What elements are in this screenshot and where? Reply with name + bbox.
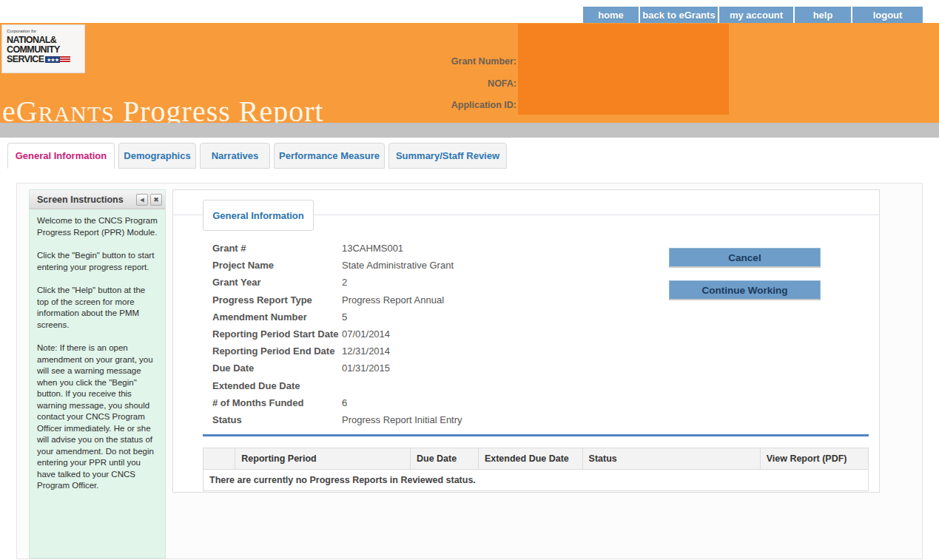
sidebar-paragraph: Click the "Help" button at the top of th… bbox=[37, 285, 159, 331]
top-nav: home back to eGrants my account help log… bbox=[583, 7, 923, 23]
sidebar-collapse-icon[interactable]: ◄ bbox=[136, 194, 148, 206]
nav-item-logout[interactable]: logout bbox=[852, 7, 923, 23]
field-label: Reporting Period End Date bbox=[212, 345, 342, 357]
logo-line-3: SERVICE bbox=[7, 55, 84, 64]
main-tab-bar: General Information Demographics Narrati… bbox=[7, 143, 507, 169]
field-row-grant-year: Grant Year2 bbox=[212, 274, 656, 291]
table-header-blank bbox=[203, 448, 235, 470]
field-label: Status bbox=[212, 414, 342, 425]
field-label: # of Months Funded bbox=[212, 397, 342, 408]
nav-item-my-account[interactable]: my account bbox=[719, 7, 793, 23]
field-label: Reporting Period Start Date bbox=[212, 328, 342, 340]
table-header-view-report-pdf: View Report (PDF) bbox=[760, 448, 868, 470]
continue-working-button[interactable]: Continue Working bbox=[669, 280, 821, 300]
tab-general-information[interactable]: General Information bbox=[7, 143, 115, 169]
banner-divider-bar bbox=[0, 123, 939, 138]
field-label: Project Name bbox=[212, 260, 342, 271]
us-flag-icon bbox=[45, 56, 70, 63]
sidebar-paragraph: Note: If there is an open amendment on y… bbox=[37, 343, 159, 492]
section-tab-general-information[interactable]: General Information bbox=[203, 200, 314, 231]
field-label: Extended Due Date bbox=[212, 380, 342, 391]
table-empty-row: There are currently no Progress Reports … bbox=[203, 470, 869, 491]
table-header-status: Status bbox=[582, 448, 760, 470]
sidebar-paragraph: Welcome to the CNCS Program Progress Rep… bbox=[37, 215, 159, 238]
cncs-logo: Corporation for NATIONAL& COMMUNITY SERV… bbox=[1, 24, 85, 73]
field-value: 13CAHMS001 bbox=[342, 243, 403, 254]
field-row-extended-due-date: Extended Due Date bbox=[212, 377, 656, 394]
field-row-progress-report-type: Progress Report TypeProgress Report Annu… bbox=[212, 291, 656, 308]
field-value: State Administrative Grant bbox=[342, 260, 454, 271]
field-row-months-funded: # of Months Funded6 bbox=[212, 394, 656, 411]
reviewed-reports-table: Reporting Period Due Date Extended Due D… bbox=[203, 448, 869, 491]
tab-demographics[interactable]: Demographics bbox=[118, 143, 196, 169]
sidebar-paragraph: Click the "Begin" button to start enteri… bbox=[37, 250, 159, 273]
field-label: Grant # bbox=[212, 243, 342, 254]
meta-label-nofa: NOFA: bbox=[296, 79, 516, 89]
field-value: 01/31/2015 bbox=[342, 362, 390, 374]
field-row-amendment-number: Amendment Number5 bbox=[212, 308, 656, 325]
nav-item-back-to-egrants[interactable]: back to eGrants bbox=[640, 7, 718, 23]
table-header-extended-due-date: Extended Due Date bbox=[478, 448, 582, 470]
nav-item-help[interactable]: help bbox=[795, 7, 851, 23]
table-empty-message: There are currently no Progress Reports … bbox=[203, 470, 869, 491]
sidebar-body: Welcome to the CNCS Program Progress Rep… bbox=[30, 209, 165, 492]
blue-divider-line bbox=[203, 434, 869, 436]
tab-narratives[interactable]: Narratives bbox=[200, 143, 270, 169]
field-row-status: StatusProgress Report Initial Entry bbox=[212, 411, 656, 428]
sidebar-title: Screen Instructions bbox=[37, 195, 134, 205]
field-label: Progress Report Type bbox=[212, 294, 342, 306]
table-header-reporting-period: Reporting Period bbox=[235, 448, 411, 470]
field-label: Due Date bbox=[212, 362, 342, 374]
field-value: 2 bbox=[342, 277, 347, 288]
header-banner: Corporation for NATIONAL& COMMUNITY SERV… bbox=[0, 23, 939, 123]
sidebar-close-icon[interactable]: ✖ bbox=[150, 194, 162, 206]
grant-meta-labels: Grant Number: NOFA: Application ID: Lega… bbox=[296, 57, 516, 132]
field-label: Grant Year bbox=[212, 277, 342, 288]
grant-detail-fields: Grant #13CAHMS001 Project NameState Admi… bbox=[212, 240, 656, 428]
field-row-reporting-period-end-date: Reporting Period End Date12/31/2014 bbox=[212, 343, 656, 360]
nav-item-home[interactable]: home bbox=[583, 7, 639, 23]
field-row-grant-number: Grant #13CAHMS001 bbox=[212, 240, 656, 257]
sidebar-header: Screen Instructions ◄ ✖ bbox=[30, 190, 165, 209]
field-value: Progress Report Annual bbox=[342, 294, 444, 306]
field-label: Amendment Number bbox=[212, 311, 342, 323]
redacted-value-block bbox=[518, 24, 729, 115]
field-value: 6 bbox=[342, 397, 347, 408]
tab-summary-staff-review[interactable]: Summary/Staff Review bbox=[388, 143, 507, 169]
table-header-row: Reporting Period Due Date Extended Due D… bbox=[203, 448, 869, 470]
general-information-panel: General Information Grant #13CAHMS001 Pr… bbox=[172, 189, 880, 493]
screen-instructions-sidebar: Screen Instructions ◄ ✖ Welcome to the C… bbox=[29, 189, 166, 559]
field-value: Progress Report Initial Entry bbox=[342, 414, 462, 425]
field-value: 5 bbox=[342, 311, 347, 323]
field-value: 12/31/2014 bbox=[342, 345, 390, 357]
field-row-due-date: Due Date01/31/2015 bbox=[212, 360, 656, 377]
tab-performance-measure[interactable]: Performance Measure bbox=[274, 143, 385, 169]
field-row-project-name: Project NameState Administrative Grant bbox=[212, 257, 656, 274]
meta-label-application-id: Application ID: bbox=[296, 101, 516, 110]
field-value: 07/01/2014 bbox=[342, 328, 390, 340]
logo-service-text: SERVICE bbox=[7, 55, 44, 64]
cancel-button[interactable]: Cancel bbox=[669, 248, 821, 268]
field-row-reporting-period-start-date: Reporting Period Start Date07/01/2014 bbox=[212, 325, 656, 343]
content-wrapper: Screen Instructions ◄ ✖ Welcome to the C… bbox=[16, 183, 923, 559]
meta-label-grant-number: Grant Number: bbox=[296, 57, 516, 67]
table-header-due-date: Due Date bbox=[410, 448, 478, 470]
